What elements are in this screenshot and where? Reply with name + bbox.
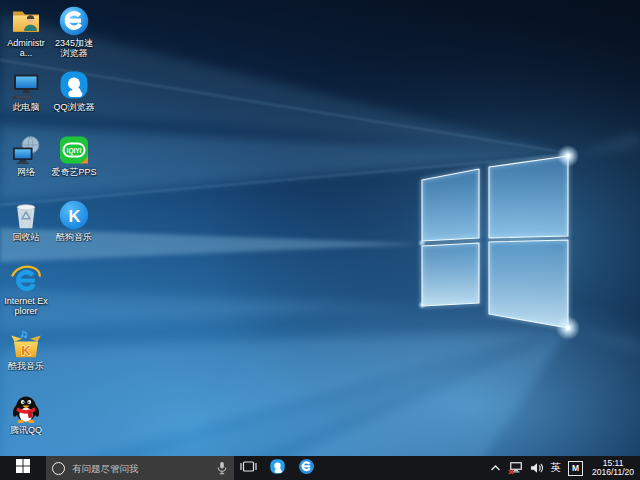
show-hidden-icons-chevron[interactable] (490, 464, 501, 473)
search-input[interactable] (70, 462, 211, 475)
taskbar: 英 M 15:11 2016/11/20 (0, 456, 640, 480)
cortana-search-box[interactable] (46, 456, 234, 480)
desktop-icon-label: 回收站 (13, 232, 40, 242)
windows-logo-icon (16, 459, 30, 477)
volume-icon[interactable] (530, 462, 544, 474)
desktop-icon-internet-explorer[interactable]: Internet Explorer (3, 260, 49, 316)
desktop-icon-administrator[interactable]: Administra... (3, 2, 49, 58)
desktop-icon-2345-explorer[interactable]: 2345加速浏览器 (51, 2, 97, 58)
taskbar-clock[interactable]: 15:11 2016/11/20 (590, 459, 636, 478)
tencent-qq-icon (10, 392, 42, 424)
ime-language-indicator[interactable]: 英 (551, 461, 562, 475)
2345-explorer-icon (298, 458, 315, 479)
desktop-icon-this-pc[interactable]: 此电脑 (3, 66, 49, 112)
network-icon (10, 134, 42, 166)
task-view-icon (240, 459, 257, 478)
microphone-icon[interactable] (216, 461, 228, 475)
desktop-icon-label: 酷我音乐 (8, 361, 44, 371)
this-pc-icon (10, 69, 42, 101)
desktop-icon-qq-browser[interactable]: QQ浏览器 (51, 66, 97, 112)
desktop-icon-label: Administra... (3, 38, 49, 58)
desktop-icon-network[interactable]: 网络 (3, 131, 49, 177)
taskbar-2345-explorer-button[interactable] (292, 456, 321, 480)
kugou-music-icon: K (58, 199, 90, 231)
qq-browser-icon (269, 458, 286, 479)
task-view-button[interactable] (234, 456, 263, 480)
system-tray: 英 M 15:11 2016/11/20 (490, 459, 640, 478)
desktop-icon-label: 网络 (17, 167, 35, 177)
ime-mode-indicator[interactable]: M (568, 461, 583, 476)
desktop-icon-label: QQ浏览器 (53, 102, 94, 112)
desktop-screen: Administra... 2345加速浏览器 (0, 0, 640, 480)
desktop-icon-label: 爱奇艺PPS (51, 167, 96, 177)
desktop-icon-label: Internet Explorer (3, 296, 49, 316)
desktop-icon-label: 2345加速浏览器 (51, 38, 97, 58)
iqiyi-pps-icon: iQIYI (58, 134, 90, 166)
desktop-icon-tencent-qq[interactable]: 腾讯QQ (3, 389, 49, 435)
clock-date: 2016/11/20 (592, 468, 634, 478)
desktop-icon-kuwo-music[interactable]: K 酷我音乐 (3, 325, 49, 371)
desktop-icon-kugou-music[interactable]: K 酷狗音乐 (51, 196, 97, 242)
svg-text:K: K (69, 207, 81, 225)
desktop-icon-label: 酷狗音乐 (56, 232, 92, 242)
user-folder-icon (10, 5, 42, 37)
svg-text:iQIYI: iQIYI (67, 147, 82, 155)
kuwo-music-icon: K (10, 328, 42, 360)
desktop-icon-label: 此电脑 (13, 102, 40, 112)
taskbar-qq-browser-button[interactable] (263, 456, 292, 480)
internet-explorer-icon (10, 263, 42, 295)
desktop-icon-label: 腾讯QQ (10, 425, 42, 435)
recycle-bin-icon (10, 199, 42, 231)
desktop-icon-recycle-bin[interactable]: 回收站 (3, 196, 49, 242)
start-button[interactable] (0, 456, 46, 480)
desktop-icon-iqiyi-pps[interactable]: iQIYI 爱奇艺PPS (51, 131, 97, 177)
svg-text:K: K (21, 343, 31, 358)
cortana-icon (52, 462, 65, 475)
2345-explorer-icon (58, 5, 90, 37)
qq-browser-icon (58, 69, 90, 101)
network-status-icon[interactable] (508, 461, 523, 475)
